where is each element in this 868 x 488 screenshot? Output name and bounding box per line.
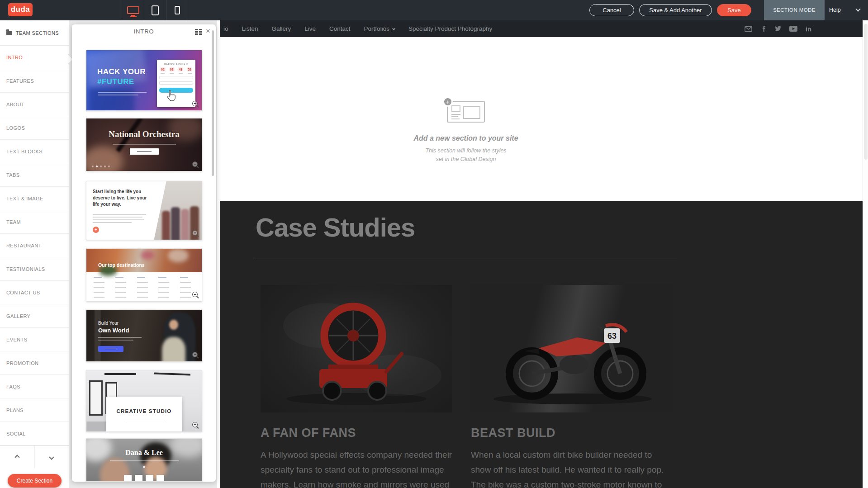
template-thumb-creative-studio[interactable]: CREATIVE STUDIO — [86, 370, 202, 432]
layout-toggle-icon[interactable] — [195, 29, 202, 35]
editor-topbar: duda Cancel Save & Add Another Save SECT… — [0, 0, 868, 20]
scroll-up-button[interactable] — [0, 446, 34, 468]
panel-scrollbar[interactable] — [212, 30, 214, 176]
thumb-title: National Orchestra — [86, 129, 202, 139]
sidebar-item-plans[interactable]: PLANS — [0, 398, 69, 422]
thumb-title: Start living the life you deserve to liv… — [93, 189, 152, 208]
chevron-down-icon[interactable] — [855, 6, 860, 11]
folder-icon — [6, 31, 12, 35]
nav-item-contact[interactable]: Contact — [329, 25, 351, 32]
preview-navbar: io Listen Gallery Live Contact Portfolio… — [220, 20, 863, 37]
zoom-preview-icon[interactable] — [192, 352, 198, 357]
close-icon[interactable]: ✕ — [204, 28, 212, 34]
plus-button-icon: + — [93, 227, 99, 233]
zoom-preview-icon[interactable] — [192, 101, 198, 106]
template-thumb-build-your-own-world[interactable]: Build Your Own World — [86, 309, 202, 362]
case-study-title: BEAST BUILD — [471, 426, 673, 440]
device-switcher — [122, 0, 188, 20]
chevron-up-icon — [14, 455, 19, 460]
template-thumb-start-living[interactable]: Start living the life you deserve to liv… — [86, 181, 202, 240]
scroll-down-button[interactable] — [34, 446, 69, 468]
twitter-icon[interactable] — [774, 26, 782, 32]
template-thumb-top-destinations[interactable]: Our top destinations — [86, 248, 202, 302]
thumb-title: Dana & Lee — [86, 449, 202, 457]
sidebar-item-contact-us[interactable]: CONTACT US — [0, 281, 69, 304]
add-section-placeholder[interactable]: + Add a new section to your site This se… — [384, 101, 548, 164]
countdown-boxes — [86, 475, 202, 482]
duda-logo[interactable]: duda — [8, 3, 33, 16]
heart-icon: ♥ — [86, 465, 202, 469]
fan-illustration — [261, 285, 452, 412]
thumb-title-accent: #FUTURE — [97, 77, 134, 86]
sidebar-item-text-image[interactable]: TEXT & IMAGE — [0, 187, 69, 210]
nav-item-specialty[interactable]: Specialty Product Photography — [408, 25, 492, 32]
email-icon[interactable] — [745, 26, 752, 32]
chevron-down-icon — [49, 455, 54, 460]
desktop-icon — [127, 6, 139, 14]
nav-item-gallery[interactable]: Gallery — [272, 25, 291, 32]
cancel-button[interactable]: Cancel — [589, 4, 634, 16]
sidebar-item-testimonials[interactable]: TESTIMONIALS — [0, 257, 69, 281]
studio-card: CREATIVE STUDIO — [106, 397, 182, 432]
nav-item-truncated[interactable]: io — [223, 25, 228, 32]
sidebar-item-text-blocks[interactable]: TEXT BLOCKS — [0, 140, 69, 163]
sidebar-item-faqs[interactable]: FAQS — [0, 375, 69, 398]
chevron-down-icon — [392, 27, 395, 30]
thumb-title: HACK YOUR — [97, 67, 146, 76]
sidebar-item-events[interactable]: EVENTS — [0, 328, 69, 351]
help-menu[interactable]: Help — [829, 0, 841, 20]
nav-item-live[interactable]: Live — [304, 25, 316, 32]
sidebar-item-logos[interactable]: LOGOS — [0, 116, 69, 140]
sidebar-item-about[interactable]: ABOUT — [0, 93, 69, 116]
sidebar-item-team[interactable]: TEAM — [0, 210, 69, 234]
thumb-title: CREATIVE STUDIO — [106, 408, 182, 414]
intro-sections-panel: INTRO ✕ HACK YOUR #FUTURE WEBINAR STARTS… — [72, 24, 216, 482]
sidebar-item-gallery[interactable]: GALLERY — [0, 304, 69, 328]
phone-view-button[interactable] — [166, 0, 188, 20]
create-section-button[interactable]: Create Section — [8, 474, 62, 488]
desktop-view-button[interactable] — [122, 0, 144, 20]
zoom-preview-icon[interactable] — [192, 161, 198, 167]
sidebar-item-restaurant[interactable]: RESTAURANT — [0, 234, 69, 257]
bike-illustration: 63 — [471, 285, 673, 412]
sidebar-item-list: INTRO FEATURES ABOUT LOGOS TEXT BLOCKS T… — [0, 46, 69, 445]
template-thumb-national-orchestra[interactable]: National Orchestra — [86, 118, 202, 171]
site-preview-canvas: io Listen Gallery Live Contact Portfolio… — [217, 20, 863, 488]
main-scrollbar[interactable] — [863, 20, 868, 488]
case-study-card: 63 BEAST BUILD When a local custom dirt … — [471, 285, 673, 488]
sidebar-header-label: TEAM SECTIONS — [16, 30, 59, 36]
fan-photo[interactable] — [261, 285, 452, 412]
sidebar-item-promotion[interactable]: PROMOTION — [0, 351, 69, 375]
sidebar-item-intro[interactable]: INTRO — [0, 46, 69, 69]
youtube-icon[interactable] — [789, 26, 797, 32]
sidebar-item-features[interactable]: FEATURES — [0, 69, 69, 93]
sections-sidebar: TEAM SECTIONS INTRO FEATURES ABOUT LOGOS… — [0, 20, 69, 488]
facebook-icon[interactable] — [760, 25, 767, 32]
social-icons — [745, 20, 812, 37]
save-add-another-button[interactable]: Save & Add Another — [639, 4, 712, 16]
carousel-dots — [92, 166, 110, 167]
zoom-preview-icon[interactable] — [192, 292, 198, 297]
sidebar-header: TEAM SECTIONS — [0, 20, 69, 46]
heading-divider — [255, 259, 677, 259]
mini-button — [130, 148, 159, 155]
linkedin-icon[interactable] — [805, 25, 812, 32]
template-thumb-hack-your-future[interactable]: HACK YOUR #FUTURE WEBINAR STARTS IN 02 0… — [86, 50, 202, 111]
nav-item-listen[interactable]: Listen — [242, 25, 258, 32]
tablet-view-button[interactable] — [144, 0, 166, 20]
save-button[interactable]: Save — [717, 4, 751, 16]
case-study-body: When a local custom dirt bike builder ne… — [471, 447, 673, 488]
template-thumb-dana-lee[interactable]: Dana & Lee ♥ — [86, 438, 202, 482]
zoom-preview-icon[interactable] — [192, 230, 198, 236]
nav-item-portfolios[interactable]: Portfolios — [364, 25, 395, 32]
thumb-title-line2: Own World — [98, 327, 129, 334]
countdown: 02 08 43 52 — [159, 67, 193, 71]
section-heading: Case Studies — [256, 212, 415, 242]
zoom-preview-icon[interactable] — [192, 422, 198, 427]
dirt-bike-photo[interactable]: 63 — [471, 285, 673, 412]
sidebar-item-tabs[interactable]: TABS — [0, 163, 69, 187]
thumb-photo: Our top destinations — [86, 249, 202, 272]
mini-input — [159, 76, 193, 79]
sidebar-item-social[interactable]: SOCIAL — [0, 422, 69, 445]
case-study-body: A Hollywood special effects company need… — [261, 447, 452, 488]
